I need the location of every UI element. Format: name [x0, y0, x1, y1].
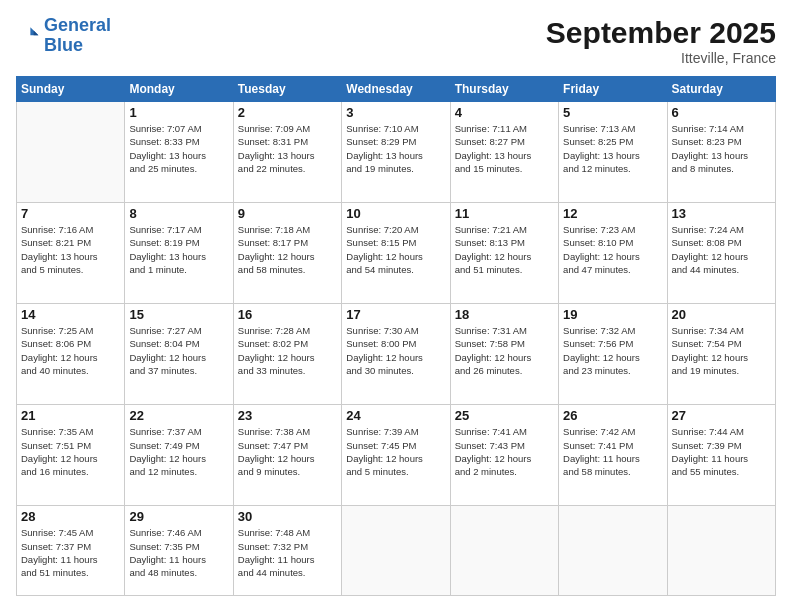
day-number: 4 — [455, 105, 554, 120]
day-number: 13 — [672, 206, 771, 221]
day-number: 18 — [455, 307, 554, 322]
calendar-cell: 6Sunrise: 7:14 AMSunset: 8:23 PMDaylight… — [667, 102, 775, 203]
day-info: Sunrise: 7:24 AMSunset: 8:08 PMDaylight:… — [672, 223, 771, 276]
day-info: Sunrise: 7:41 AMSunset: 7:43 PMDaylight:… — [455, 425, 554, 478]
logo-line1: General — [44, 15, 111, 35]
day-number: 3 — [346, 105, 445, 120]
day-number: 23 — [238, 408, 337, 423]
calendar-cell: 8Sunrise: 7:17 AMSunset: 8:19 PMDaylight… — [125, 203, 233, 304]
day-number: 30 — [238, 509, 337, 524]
calendar-week-row: 14Sunrise: 7:25 AMSunset: 8:06 PMDayligh… — [17, 304, 776, 405]
calendar-cell: 24Sunrise: 7:39 AMSunset: 7:45 PMDayligh… — [342, 405, 450, 506]
day-info: Sunrise: 7:21 AMSunset: 8:13 PMDaylight:… — [455, 223, 554, 276]
calendar-cell — [342, 506, 450, 596]
day-info: Sunrise: 7:39 AMSunset: 7:45 PMDaylight:… — [346, 425, 445, 478]
calendar-cell: 23Sunrise: 7:38 AMSunset: 7:47 PMDayligh… — [233, 405, 341, 506]
day-number: 2 — [238, 105, 337, 120]
day-info: Sunrise: 7:44 AMSunset: 7:39 PMDaylight:… — [672, 425, 771, 478]
calendar-cell — [559, 506, 667, 596]
day-info: Sunrise: 7:30 AMSunset: 8:00 PMDaylight:… — [346, 324, 445, 377]
day-of-week-header: Tuesday — [233, 77, 341, 102]
calendar-cell: 13Sunrise: 7:24 AMSunset: 8:08 PMDayligh… — [667, 203, 775, 304]
day-info: Sunrise: 7:38 AMSunset: 7:47 PMDaylight:… — [238, 425, 337, 478]
calendar-cell: 1Sunrise: 7:07 AMSunset: 8:33 PMDaylight… — [125, 102, 233, 203]
day-info: Sunrise: 7:17 AMSunset: 8:19 PMDaylight:… — [129, 223, 228, 276]
calendar-cell: 28Sunrise: 7:45 AMSunset: 7:37 PMDayligh… — [17, 506, 125, 596]
calendar-cell: 21Sunrise: 7:35 AMSunset: 7:51 PMDayligh… — [17, 405, 125, 506]
day-info: Sunrise: 7:42 AMSunset: 7:41 PMDaylight:… — [563, 425, 662, 478]
day-info: Sunrise: 7:11 AMSunset: 8:27 PMDaylight:… — [455, 122, 554, 175]
calendar-cell: 29Sunrise: 7:46 AMSunset: 7:35 PMDayligh… — [125, 506, 233, 596]
calendar-cell: 9Sunrise: 7:18 AMSunset: 8:17 PMDaylight… — [233, 203, 341, 304]
day-number: 5 — [563, 105, 662, 120]
day-number: 24 — [346, 408, 445, 423]
day-number: 25 — [455, 408, 554, 423]
day-of-week-header: Saturday — [667, 77, 775, 102]
day-info: Sunrise: 7:32 AMSunset: 7:56 PMDaylight:… — [563, 324, 662, 377]
day-number: 8 — [129, 206, 228, 221]
logo-icon — [16, 24, 40, 48]
day-of-week-header: Monday — [125, 77, 233, 102]
calendar-cell: 12Sunrise: 7:23 AMSunset: 8:10 PMDayligh… — [559, 203, 667, 304]
calendar-cell: 22Sunrise: 7:37 AMSunset: 7:49 PMDayligh… — [125, 405, 233, 506]
calendar-cell: 3Sunrise: 7:10 AMSunset: 8:29 PMDaylight… — [342, 102, 450, 203]
day-number: 22 — [129, 408, 228, 423]
calendar-cell: 7Sunrise: 7:16 AMSunset: 8:21 PMDaylight… — [17, 203, 125, 304]
day-of-week-header: Friday — [559, 77, 667, 102]
day-number: 7 — [21, 206, 120, 221]
day-number: 14 — [21, 307, 120, 322]
calendar-cell: 30Sunrise: 7:48 AMSunset: 7:32 PMDayligh… — [233, 506, 341, 596]
day-info: Sunrise: 7:46 AMSunset: 7:35 PMDaylight:… — [129, 526, 228, 579]
calendar-cell — [667, 506, 775, 596]
calendar-week-row: 1Sunrise: 7:07 AMSunset: 8:33 PMDaylight… — [17, 102, 776, 203]
logo: General Blue — [16, 16, 111, 56]
calendar-cell — [17, 102, 125, 203]
calendar-week-row: 7Sunrise: 7:16 AMSunset: 8:21 PMDaylight… — [17, 203, 776, 304]
logo-text: General Blue — [44, 16, 111, 56]
header: General Blue September 2025 Itteville, F… — [16, 16, 776, 66]
day-info: Sunrise: 7:35 AMSunset: 7:51 PMDaylight:… — [21, 425, 120, 478]
svg-marker-1 — [34, 30, 39, 35]
calendar-cell: 10Sunrise: 7:20 AMSunset: 8:15 PMDayligh… — [342, 203, 450, 304]
calendar-cell: 5Sunrise: 7:13 AMSunset: 8:25 PMDaylight… — [559, 102, 667, 203]
day-of-week-header: Thursday — [450, 77, 558, 102]
day-info: Sunrise: 7:23 AMSunset: 8:10 PMDaylight:… — [563, 223, 662, 276]
day-number: 11 — [455, 206, 554, 221]
day-number: 1 — [129, 105, 228, 120]
calendar-cell: 18Sunrise: 7:31 AMSunset: 7:58 PMDayligh… — [450, 304, 558, 405]
day-number: 6 — [672, 105, 771, 120]
month-title: September 2025 — [546, 16, 776, 50]
day-info: Sunrise: 7:07 AMSunset: 8:33 PMDaylight:… — [129, 122, 228, 175]
day-number: 10 — [346, 206, 445, 221]
day-number: 16 — [238, 307, 337, 322]
day-number: 29 — [129, 509, 228, 524]
day-info: Sunrise: 7:14 AMSunset: 8:23 PMDaylight:… — [672, 122, 771, 175]
calendar-cell: 17Sunrise: 7:30 AMSunset: 8:00 PMDayligh… — [342, 304, 450, 405]
calendar-table: SundayMondayTuesdayWednesdayThursdayFrid… — [16, 76, 776, 596]
calendar-cell — [450, 506, 558, 596]
header-row: SundayMondayTuesdayWednesdayThursdayFrid… — [17, 77, 776, 102]
calendar-cell: 2Sunrise: 7:09 AMSunset: 8:31 PMDaylight… — [233, 102, 341, 203]
calendar-cell: 26Sunrise: 7:42 AMSunset: 7:41 PMDayligh… — [559, 405, 667, 506]
day-info: Sunrise: 7:34 AMSunset: 7:54 PMDaylight:… — [672, 324, 771, 377]
day-number: 27 — [672, 408, 771, 423]
calendar-cell: 27Sunrise: 7:44 AMSunset: 7:39 PMDayligh… — [667, 405, 775, 506]
calendar-cell: 4Sunrise: 7:11 AMSunset: 8:27 PMDaylight… — [450, 102, 558, 203]
calendar-cell: 20Sunrise: 7:34 AMSunset: 7:54 PMDayligh… — [667, 304, 775, 405]
day-info: Sunrise: 7:45 AMSunset: 7:37 PMDaylight:… — [21, 526, 120, 579]
day-number: 19 — [563, 307, 662, 322]
title-area: September 2025 Itteville, France — [546, 16, 776, 66]
day-number: 21 — [21, 408, 120, 423]
day-number: 28 — [21, 509, 120, 524]
calendar-week-row: 21Sunrise: 7:35 AMSunset: 7:51 PMDayligh… — [17, 405, 776, 506]
day-number: 12 — [563, 206, 662, 221]
calendar-cell: 14Sunrise: 7:25 AMSunset: 8:06 PMDayligh… — [17, 304, 125, 405]
day-info: Sunrise: 7:18 AMSunset: 8:17 PMDaylight:… — [238, 223, 337, 276]
page: General Blue September 2025 Itteville, F… — [0, 0, 792, 612]
day-info: Sunrise: 7:25 AMSunset: 8:06 PMDaylight:… — [21, 324, 120, 377]
day-info: Sunrise: 7:09 AMSunset: 8:31 PMDaylight:… — [238, 122, 337, 175]
day-number: 20 — [672, 307, 771, 322]
calendar-cell: 15Sunrise: 7:27 AMSunset: 8:04 PMDayligh… — [125, 304, 233, 405]
location: Itteville, France — [546, 50, 776, 66]
day-info: Sunrise: 7:48 AMSunset: 7:32 PMDaylight:… — [238, 526, 337, 579]
